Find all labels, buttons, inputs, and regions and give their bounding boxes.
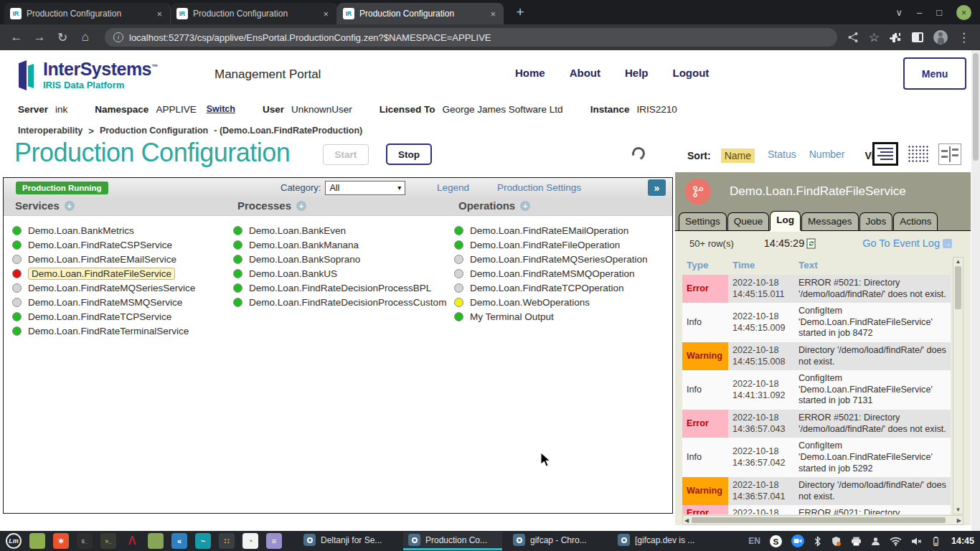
sort-option-status[interactable]: Status bbox=[768, 149, 796, 163]
log-row[interactable]: Info2022-10-1814:45:15.009ConfigItem 'De… bbox=[682, 303, 951, 342]
log-row[interactable]: Error2022-10-1814:45:15.011ERROR #5021: … bbox=[682, 275, 951, 303]
menu-kebab-icon[interactable]: ⋮ bbox=[958, 30, 970, 45]
add-item-icon[interactable]: + bbox=[520, 201, 530, 211]
breadcrumb-page[interactable]: Production Configuration bbox=[100, 126, 208, 136]
breadcrumb-root[interactable]: Interoperability bbox=[18, 126, 83, 136]
config-item[interactable]: Demo.Loan.FindRateCSPService bbox=[12, 237, 195, 252]
config-item-name[interactable]: Demo.Loan.FindRateFileService bbox=[28, 268, 175, 280]
taskbar-window[interactable]: [gifcap.dev is ... bbox=[613, 532, 712, 550]
nav-link-about[interactable]: About bbox=[570, 67, 600, 79]
config-item-name[interactable]: Demo.Loan.FindRateCSPService bbox=[28, 240, 172, 250]
config-item-name[interactable]: Demo.Loan.WebOperations bbox=[470, 297, 590, 308]
minimize-icon[interactable]: – bbox=[917, 7, 922, 18]
user-icon[interactable] bbox=[871, 537, 880, 546]
browser-tab[interactable]: IRProduction Configuration× bbox=[4, 3, 171, 24]
log-row[interactable]: Error2022-10-18ERROR #5021: Directory bbox=[682, 505, 951, 514]
home-icon[interactable]: ⌂ bbox=[76, 30, 95, 44]
printer-icon[interactable] bbox=[851, 537, 862, 546]
scroll-right-icon[interactable]: ▶ bbox=[957, 517, 961, 524]
split-view-icon[interactable] bbox=[938, 143, 961, 165]
config-item-name[interactable]: Demo.Loan.FindRateMQSeriesService bbox=[28, 283, 195, 293]
scroll-up-icon[interactable]: ▲ bbox=[953, 258, 963, 265]
scroll-down-icon[interactable]: ▼ bbox=[953, 507, 963, 513]
flame-app-icon[interactable]: ✶ bbox=[53, 533, 69, 549]
battery-icon[interactable] bbox=[932, 536, 940, 547]
production-settings-link[interactable]: Production Settings bbox=[497, 182, 581, 193]
config-item[interactable]: Demo.Loan.FindRateDecisionProcessCustom bbox=[233, 295, 446, 309]
bookmark-star-icon[interactable]: ☆ bbox=[869, 30, 880, 45]
start-button[interactable]: Start bbox=[323, 144, 369, 165]
tab-messages[interactable]: Messages bbox=[801, 212, 859, 230]
extensions-puzzle-icon[interactable] bbox=[890, 32, 902, 44]
add-item-icon[interactable]: + bbox=[296, 201, 306, 211]
log-row[interactable]: Info2022-10-1814:41:31.092ConfigItem 'De… bbox=[682, 370, 951, 410]
log-vertical-scrollbar[interactable]: ▲ ▼ bbox=[953, 257, 963, 514]
config-item[interactable]: Demo.Loan.FindRateEMailOperation bbox=[454, 223, 648, 237]
config-item[interactable]: Demo.Loan.FindRateTCPService bbox=[12, 309, 195, 324]
bluetooth-icon[interactable] bbox=[814, 536, 821, 547]
config-item[interactable]: My Terminal Output bbox=[454, 309, 648, 324]
config-item[interactable]: Demo.Loan.FindRateFileService bbox=[12, 266, 195, 281]
config-item[interactable]: Demo.Loan.FindRateMQSeriesOperation bbox=[454, 252, 648, 266]
shield-icon[interactable] bbox=[831, 536, 842, 547]
sort-option-number[interactable]: Number bbox=[809, 149, 845, 163]
legend-link[interactable]: Legend bbox=[437, 182, 469, 193]
list-view-icon[interactable] bbox=[872, 142, 898, 166]
tab-search-chevron-icon[interactable]: ∨ bbox=[895, 7, 903, 18]
tab-close-icon[interactable]: × bbox=[154, 9, 164, 19]
config-item-name[interactable]: Demo.Loan.FindRateTerminalService bbox=[28, 326, 189, 336]
add-item-icon[interactable]: + bbox=[65, 201, 75, 211]
config-item-name[interactable]: Demo.Loan.FindRateDecisionProcessCustom bbox=[249, 297, 446, 308]
config-item[interactable]: Demo.Loan.FindRateMSMQService bbox=[12, 295, 195, 309]
zoom-camera-icon[interactable] bbox=[791, 534, 804, 547]
config-item-name[interactable]: My Terminal Output bbox=[470, 311, 554, 322]
stop-button[interactable]: Stop bbox=[386, 143, 432, 165]
address-bar[interactable]: i localhost:52773/csp/applive/EnsPortal.… bbox=[105, 28, 837, 47]
log-row[interactable]: Warning2022-10-1814:36:57.041Directory '… bbox=[682, 477, 951, 505]
tab-jobs[interactable]: Jobs bbox=[859, 212, 893, 230]
config-item[interactable]: Demo.Loan.WebOperations bbox=[454, 295, 648, 309]
nav-link-logout[interactable]: Logout bbox=[673, 67, 710, 79]
config-item[interactable]: Demo.Loan.BankEven bbox=[233, 223, 446, 237]
red-app-icon[interactable]: Λ bbox=[124, 533, 140, 549]
tab-close-icon[interactable]: × bbox=[488, 9, 498, 19]
maximize-icon[interactable]: □ bbox=[936, 7, 942, 18]
config-item[interactable]: Demo.Loan.FindRateTCPOperation bbox=[454, 281, 648, 295]
notes-icon[interactable]: ≡ bbox=[266, 533, 282, 549]
category-select[interactable]: All ▾ bbox=[325, 181, 405, 195]
taskbar-window[interactable]: Production Co... bbox=[403, 532, 502, 550]
vscode-icon[interactable]: « bbox=[171, 533, 187, 549]
site-info-icon[interactable]: i bbox=[113, 32, 123, 42]
timer-icon[interactable]: ◔ bbox=[242, 533, 258, 549]
volume-muted-icon[interactable] bbox=[911, 537, 923, 546]
config-item-name[interactable]: Demo.Loan.BankManana bbox=[249, 240, 359, 250]
config-item-name[interactable]: Demo.Loan.FindRateMSMQService bbox=[28, 297, 182, 308]
tab-settings[interactable]: Settings bbox=[679, 212, 727, 230]
tab-queue[interactable]: Queue bbox=[727, 212, 770, 230]
mint-menu-icon[interactable]: Lm bbox=[6, 533, 22, 549]
log-row[interactable]: Error2022-10-1814:36:57.043ERROR #5021: … bbox=[682, 410, 951, 438]
tab-actions[interactable]: Actions bbox=[893, 212, 938, 230]
nav-link-help[interactable]: Help bbox=[625, 67, 649, 79]
config-item-name[interactable]: Demo.Loan.FindRateMQSeriesOperation bbox=[470, 254, 648, 265]
page-scrollbar[interactable] bbox=[971, 50, 980, 531]
close-window-icon[interactable]: × bbox=[956, 5, 971, 20]
scroll-left-icon[interactable]: ◀ bbox=[684, 517, 689, 524]
config-item[interactable]: Demo.Loan.FindRateMQSeriesService bbox=[12, 281, 195, 295]
config-item-name[interactable]: Demo.Loan.BankMetrics bbox=[28, 225, 134, 236]
back-icon[interactable]: ← bbox=[7, 30, 26, 44]
config-item-name[interactable]: Demo.Loan.BankUS bbox=[249, 268, 337, 279]
taskbar-window[interactable]: gifcap - Chro... bbox=[508, 532, 607, 550]
reload-icon[interactable]: ↻ bbox=[53, 30, 72, 45]
tab-close-icon[interactable]: × bbox=[321, 9, 331, 19]
config-item[interactable]: Demo.Loan.BankManana bbox=[233, 237, 446, 252]
browser-tab[interactable]: IRProduction Configuration× bbox=[171, 3, 337, 24]
config-item[interactable]: Demo.Loan.FindRateEMailService bbox=[12, 252, 195, 266]
config-item-name[interactable]: Demo.Loan.BankEven bbox=[249, 225, 346, 236]
files-icon[interactable] bbox=[148, 533, 164, 549]
new-tab-button[interactable]: + bbox=[511, 3, 529, 22]
log-horizontal-scrollbar[interactable]: ◀ ▶ bbox=[682, 515, 963, 525]
config-item[interactable]: Demo.Loan.FindRateFileOperation bbox=[454, 237, 648, 252]
terminal-icon[interactable]: $_ bbox=[77, 533, 93, 549]
calculator-icon[interactable]: ∷ bbox=[219, 533, 235, 549]
